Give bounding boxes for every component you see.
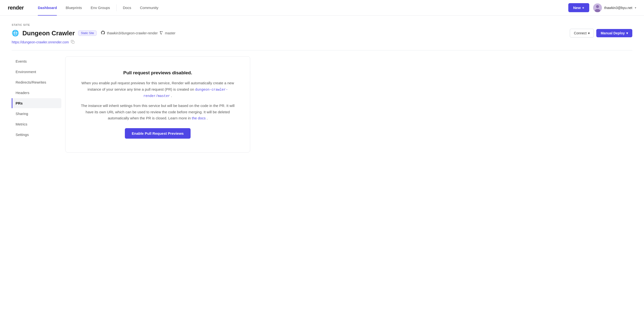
- sidebar-item-headers[interactable]: Headers: [12, 88, 61, 98]
- pr-card-desc1: When you enable pull request previews fo…: [77, 80, 238, 99]
- plus-icon: +: [582, 6, 584, 10]
- pr-desc2-start: The instance will inherit settings from …: [81, 104, 234, 120]
- main-divider: [12, 50, 632, 51]
- sidebar-item-environment[interactable]: Environment: [12, 67, 61, 77]
- brand-logo: render: [8, 5, 24, 11]
- connect-button-label: Connect: [574, 31, 586, 35]
- main-content: STATIC SITE 🌐 Dungeon Crawler Static Sit…: [0, 16, 644, 160]
- service-url-link[interactable]: https://dungeon-crawler.onrender.com: [12, 40, 69, 44]
- main-panel: Pull request previews disabled. When you…: [65, 56, 632, 153]
- globe-icon: 🌐: [12, 30, 19, 37]
- pr-previews-card: Pull request previews disabled. When you…: [65, 56, 250, 153]
- avatar: [593, 4, 602, 12]
- pr-desc2-end: .: [207, 116, 208, 120]
- branch-name: master: [165, 31, 176, 35]
- copy-url-icon[interactable]: [71, 40, 74, 44]
- user-email: thawkin3@byu.net: [604, 6, 632, 10]
- service-header-row: 🌐 Dungeon Crawler Static Site thawkin3/d…: [12, 29, 632, 38]
- sidebar-item-settings[interactable]: Settings: [12, 130, 61, 140]
- service-title-area: 🌐 Dungeon Crawler Static Site thawkin3/d…: [12, 30, 176, 37]
- svg-point-1: [596, 5, 599, 8]
- sidebar-item-sharing[interactable]: Sharing: [12, 109, 61, 119]
- github-icon: [101, 31, 105, 36]
- nav-divider: [116, 5, 116, 11]
- static-site-badge: Static Site: [78, 31, 96, 36]
- user-menu[interactable]: thawkin3@byu.net ▾: [593, 4, 636, 12]
- sidebar: Events Environment Redirects/Rewrites He…: [12, 56, 65, 153]
- svg-rect-3: [72, 41, 74, 43]
- service-actions: Connect ▾ Manual Deploy ▾: [570, 29, 632, 38]
- service-url-row: https://dungeon-crawler.onrender.com: [12, 40, 632, 44]
- new-button[interactable]: New +: [568, 3, 589, 12]
- github-repo: thawkin3/dungeon-crawler-render: [107, 31, 158, 35]
- pr-card-desc2: The instance will inherit settings from …: [77, 103, 238, 121]
- docs-link[interactable]: the docs: [192, 116, 206, 120]
- manual-deploy-chevron-icon: ▾: [626, 31, 628, 35]
- sidebar-item-metrics[interactable]: Metrics: [12, 119, 61, 129]
- sidebar-item-prs[interactable]: PRs: [12, 98, 61, 108]
- connect-button[interactable]: Connect ▾: [570, 29, 594, 38]
- service-type-label: STATIC SITE: [12, 23, 632, 26]
- enable-pr-previews-button[interactable]: Enable Pull Request Previews: [125, 128, 190, 139]
- service-name: Dungeon Crawler: [22, 30, 75, 37]
- branch-icon: [160, 31, 163, 35]
- navbar-right: New + thawkin3@byu.net ▾: [568, 3, 636, 12]
- connect-chevron-icon: ▾: [588, 31, 590, 35]
- new-button-label: New: [573, 6, 581, 10]
- navbar: render Dashboard Blueprints Env Groups D…: [0, 0, 644, 16]
- nav-docs[interactable]: Docs: [118, 0, 136, 16]
- nav-blueprints[interactable]: Blueprints: [61, 0, 86, 16]
- nav-dashboard[interactable]: Dashboard: [33, 0, 61, 16]
- sidebar-item-redirects-rewrites[interactable]: Redirects/Rewrites: [12, 77, 61, 87]
- pr-desc1-end: .: [171, 94, 172, 98]
- sidebar-item-events[interactable]: Events: [12, 56, 61, 66]
- nav-links: Dashboard Blueprints Env Groups Docs Com…: [33, 0, 162, 16]
- manual-deploy-label: Manual Deploy: [601, 31, 625, 35]
- enable-pr-label: Enable Pull Request Previews: [132, 131, 184, 135]
- nav-env-groups[interactable]: Env Groups: [86, 0, 114, 16]
- content-layout: Events Environment Redirects/Rewrites He…: [12, 56, 632, 153]
- pr-card-title: Pull request previews disabled.: [77, 70, 238, 76]
- service-meta: thawkin3/dungeon-crawler-render master: [101, 31, 175, 36]
- chevron-down-icon: ▾: [635, 6, 636, 10]
- nav-community[interactable]: Community: [136, 0, 163, 16]
- manual-deploy-button[interactable]: Manual Deploy ▾: [596, 29, 632, 37]
